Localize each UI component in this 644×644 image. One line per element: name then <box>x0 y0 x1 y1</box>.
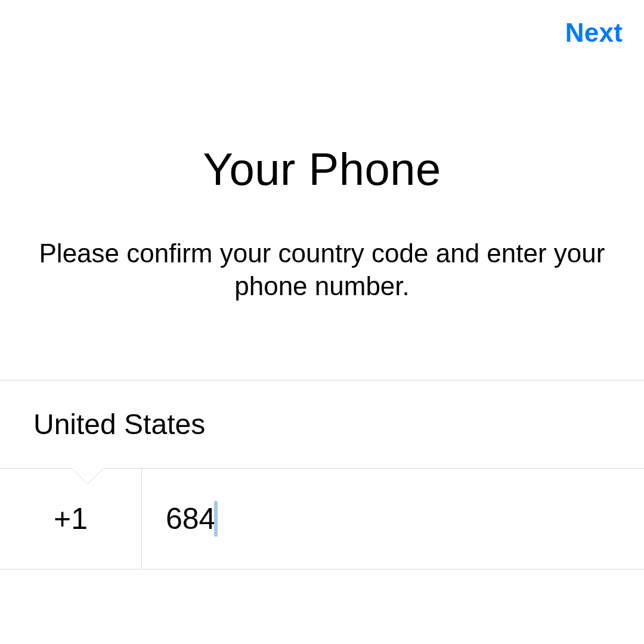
text-caret-icon <box>214 501 218 537</box>
country-code-cell[interactable]: +1 <box>0 469 142 569</box>
phone-number-cell[interactable]: 684 <box>142 469 644 569</box>
title-block: Your Phone Please confirm your country c… <box>0 143 644 302</box>
phone-number-value: 684 <box>166 501 215 536</box>
next-button[interactable]: Next <box>565 18 623 48</box>
phone-input-row: +1 684 <box>0 468 644 569</box>
header-bar: Next <box>0 0 644 48</box>
page-title: Your Phone <box>36 143 608 195</box>
country-name-label: United States <box>33 408 205 440</box>
phone-form: United States +1 684 <box>0 380 644 569</box>
subtitle-text: Please confirm your country code and ent… <box>36 237 608 302</box>
country-selector[interactable]: United States <box>0 380 644 468</box>
country-code-label: +1 <box>54 501 88 536</box>
